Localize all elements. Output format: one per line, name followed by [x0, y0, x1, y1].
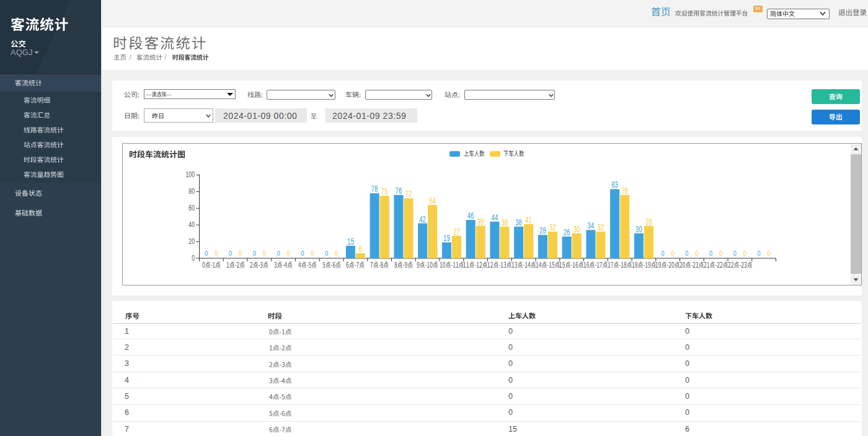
- svg-text:28: 28: [539, 225, 546, 235]
- svg-text:32: 32: [549, 222, 556, 232]
- svg-text:80: 80: [188, 186, 195, 195]
- svg-text:0: 0: [253, 250, 256, 257]
- svg-text:26: 26: [564, 227, 570, 237]
- svg-text:32: 32: [598, 222, 604, 232]
- svg-text:0: 0: [695, 250, 698, 257]
- svg-text:0: 0: [277, 250, 280, 257]
- svg-text:0: 0: [287, 250, 290, 257]
- svg-text:40: 40: [188, 220, 195, 229]
- svg-text:76: 76: [621, 186, 628, 196]
- svg-text:0: 0: [685, 250, 688, 257]
- svg-text:0: 0: [192, 253, 195, 262]
- svg-text:6: 6: [359, 244, 363, 254]
- svg-text:0: 0: [768, 250, 771, 257]
- svg-text:0: 0: [229, 250, 232, 257]
- svg-text:46: 46: [467, 211, 474, 220]
- svg-text:76: 76: [396, 186, 402, 196]
- svg-text:42: 42: [419, 214, 426, 224]
- svg-text:0: 0: [709, 250, 712, 257]
- svg-text:0: 0: [301, 250, 304, 257]
- svg-text:83: 83: [611, 180, 618, 190]
- svg-text:30: 30: [574, 224, 580, 234]
- svg-text:0: 0: [263, 250, 266, 257]
- svg-text:44: 44: [492, 212, 498, 222]
- svg-text:0: 0: [719, 250, 722, 257]
- svg-text:0: 0: [311, 250, 314, 257]
- svg-text:0: 0: [733, 250, 737, 257]
- svg-text:15: 15: [347, 237, 354, 246]
- svg-text:0: 0: [335, 250, 338, 257]
- svg-text:19: 19: [443, 233, 450, 243]
- svg-text:41: 41: [525, 215, 532, 225]
- svg-text:64: 64: [429, 196, 436, 206]
- svg-text:27: 27: [453, 227, 460, 237]
- svg-text:39: 39: [477, 217, 484, 227]
- svg-text:39: 39: [645, 217, 652, 227]
- svg-text:72: 72: [405, 189, 412, 199]
- svg-text:0: 0: [758, 250, 761, 257]
- svg-text:20: 20: [188, 237, 195, 245]
- svg-text:38: 38: [515, 217, 522, 227]
- svg-text:30: 30: [636, 224, 642, 234]
- svg-text:100: 100: [185, 170, 195, 178]
- svg-text:0: 0: [743, 250, 746, 257]
- svg-text:0: 0: [215, 250, 218, 257]
- svg-text:78: 78: [371, 184, 378, 194]
- svg-text:0: 0: [662, 250, 665, 257]
- svg-text:60: 60: [188, 203, 195, 212]
- svg-text:0: 0: [325, 250, 328, 257]
- svg-text:0: 0: [205, 250, 208, 257]
- svg-text:38: 38: [502, 217, 508, 227]
- svg-text:0: 0: [671, 250, 675, 257]
- svg-text:75: 75: [381, 186, 388, 196]
- svg-text:0: 0: [239, 250, 242, 257]
- svg-text:34: 34: [588, 220, 595, 230]
